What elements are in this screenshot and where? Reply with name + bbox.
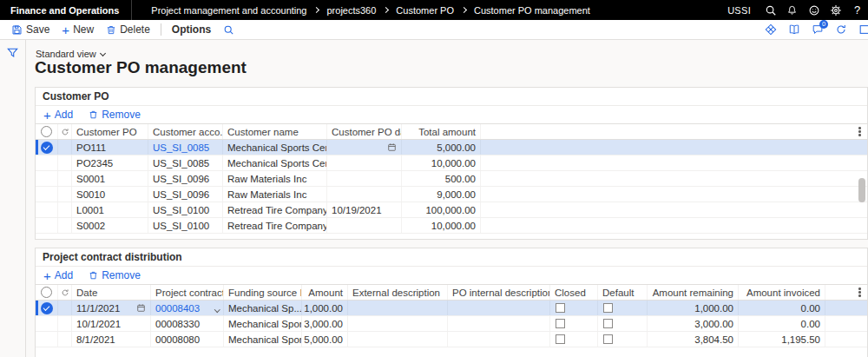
cell-amount-invoiced[interactable]: 0.00 [739,301,825,315]
column-header-external-description[interactable]: External description [348,285,448,300]
expand-icon[interactable] [856,21,868,38]
project-contract-link[interactable]: 00008403 [155,303,200,314]
cell-customer-po[interactable]: PO2345 [72,155,148,170]
cell-total-amount[interactable]: 500.00 [402,171,481,186]
row-select-circle[interactable] [36,332,58,347]
select-all-circle[interactable] [36,285,58,300]
cell-customer-po-date[interactable]: 10/19/2021 [327,202,402,217]
breadcrumb-area[interactable]: projects360 [326,5,376,16]
cell-po-internal-description[interactable] [448,316,550,331]
cell-customer-account[interactable]: US_SI_0100 [148,202,223,217]
column-header-customer-po[interactable]: Customer PO [72,124,148,139]
row-select-circle[interactable] [36,202,58,217]
select-all-circle[interactable] [36,124,58,139]
row-select-circle[interactable] [36,301,58,315]
notifications-bell-icon[interactable] [781,0,803,20]
cell-total-amount[interactable]: 9,000.00 [402,187,481,202]
company-picker[interactable]: USSI [727,5,751,16]
cell-customer-name[interactable]: Retread Tire Company [223,202,327,217]
closed-checkbox[interactable] [556,303,565,313]
table-row[interactable]: PO111 US_SI_0085 Mechanical Sports Cente… [36,140,867,155]
column-header-total-amount[interactable]: Total amount [402,124,481,139]
refresh-icon[interactable] [832,21,850,38]
power-apps-icon[interactable] [762,21,779,38]
refresh-column-icon[interactable] [58,124,72,139]
table-row[interactable]: 11/1/2021 00008403 Mechanical Sp... 1,00… [36,301,867,316]
cell-po-internal-description[interactable] [448,301,550,315]
closed-checkbox[interactable] [556,319,565,328]
column-header-amount-remaining[interactable]: Amount remaining [648,285,739,300]
closed-checkbox[interactable] [556,334,565,344]
cell-external-description[interactable] [348,316,448,331]
column-header-amount[interactable]: Amount [302,285,348,300]
breadcrumb-module[interactable]: Project management and accounting [151,5,306,16]
column-header-customer-name[interactable]: Customer name [223,124,327,139]
cell-funding-source-id[interactable]: Mechanical Sports [224,316,302,331]
table-row[interactable]: 10/1/2021 00008330 Mechanical Sports 3,0… [36,316,867,332]
column-header-customer-account[interactable]: Customer acco... ↑ [148,124,223,139]
cell-customer-name[interactable]: Raw Materials Inc [223,187,327,202]
feedback-smiley-icon[interactable] [803,0,825,20]
cell-project-contract[interactable]: 00008080 [151,332,224,347]
cell-amount-remaining[interactable]: 1,000.00 [648,301,739,315]
more-options-icon[interactable] [858,127,861,136]
table-row[interactable]: L0001 US_SI_0100 Retread Tire Company 10… [36,202,867,218]
row-select-circle[interactable] [36,218,58,233]
remove-button[interactable]: Remove [89,109,141,121]
cell-customer-name[interactable]: Retread Tire Company [223,218,327,233]
cell-total-amount[interactable]: 10,000.00 [402,218,481,233]
table-row[interactable]: S0001 US_SI_0096 Raw Materials Inc 500.0… [36,171,867,187]
cell-default[interactable] [598,316,648,331]
row-select-circle[interactable] [36,187,58,202]
new-button[interactable]: + New [56,20,100,39]
cell-customer-account[interactable]: US_SI_0100 [148,218,223,233]
cell-date[interactable]: 10/1/2021 [72,316,151,331]
table-row[interactable]: PO2345 US_SI_0085 Mechanical Sports Cent… [36,155,867,171]
column-header-date[interactable]: Date [72,285,151,300]
default-checkbox[interactable] [603,334,613,344]
cell-customer-po[interactable]: PO111 [72,140,148,155]
more-options-icon[interactable] [858,288,861,297]
cell-customer-name[interactable]: Mechanical Sports Center [223,155,327,170]
row-select-circle[interactable] [36,171,58,186]
cell-po-internal-description[interactable] [448,332,550,347]
cell-customer-name[interactable]: Raw Materials Inc [223,171,327,186]
cell-customer-po[interactable]: S0001 [72,171,148,186]
cell-amount-remaining[interactable]: 3,804.50 [648,332,739,347]
cell-customer-po-date[interactable] [327,171,402,186]
breadcrumb-group[interactable]: Customer PO [396,5,454,16]
cell-default[interactable] [598,332,648,347]
refresh-column-icon[interactable] [58,285,72,300]
row-select-circle[interactable] [36,140,58,155]
cell-customer-account[interactable]: US_SI_0096 [148,187,223,202]
add-button[interactable]: + Add [43,109,73,121]
settings-gear-icon[interactable] [825,0,846,20]
column-header-project-contract[interactable]: Project contract... ↑ [151,285,224,300]
cell-amount-invoiced[interactable]: 1,195.50 [739,332,825,347]
column-header-closed[interactable]: Closed [550,285,598,300]
vertical-scrollbar-thumb[interactable] [858,178,865,202]
cell-project-contract[interactable]: 00008330 [151,316,224,331]
row-select-circle[interactable] [36,316,58,331]
cell-external-description[interactable] [348,332,448,347]
cell-total-amount[interactable]: 10,000.00 [402,155,481,170]
help-icon[interactable]: ? [846,0,868,20]
app-brand[interactable]: Finance and Operations [0,0,132,20]
cell-customer-name[interactable]: Mechanical Sports Center [223,140,327,155]
filter-funnel-icon[interactable] [6,47,19,357]
cell-external-description[interactable] [348,301,448,315]
options-menu-button[interactable]: Options [166,20,217,39]
cell-date[interactable]: 11/1/2021 [72,301,151,315]
cell-customer-po[interactable]: S0002 [72,218,148,233]
cell-customer-account[interactable]: US_SI_0085 [148,155,223,170]
cell-date[interactable]: 8/1/2021 [72,332,151,347]
cell-customer-po-date[interactable] [327,140,402,155]
cell-closed[interactable] [550,301,598,315]
search-icon[interactable] [760,0,781,20]
action-search-button[interactable] [217,20,240,39]
cell-customer-po[interactable]: S0010 [72,187,148,202]
cell-customer-account-link[interactable]: US_SI_0085 [148,140,223,155]
default-checkbox[interactable] [603,319,613,328]
row-select-circle[interactable] [36,155,58,170]
cell-default[interactable] [598,301,648,315]
